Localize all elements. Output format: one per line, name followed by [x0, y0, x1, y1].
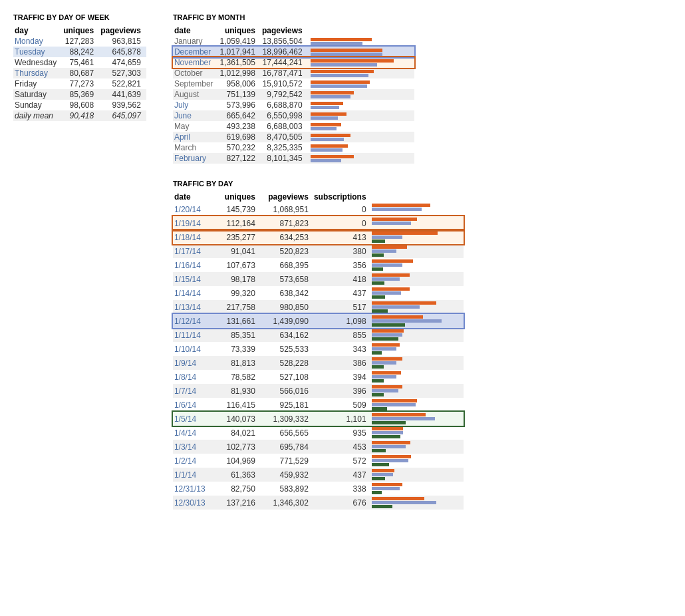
month-bar-cell — [308, 36, 414, 47]
day-date-cell[interactable]: 1/4/14 — [173, 426, 213, 440]
month-uniques-cell: 619,698 — [219, 132, 261, 142]
dow-pageviews-cell: 939,562 — [99, 100, 146, 110]
day-pageviews-cell: 566,016 — [259, 384, 313, 398]
day-date-cell[interactable]: 1/17/14 — [173, 244, 213, 258]
day-pageviews-cell: 638,342 — [259, 286, 313, 300]
month-col-pageviews: pageviews — [261, 25, 308, 36]
month-pageviews-cell: 9,792,542 — [261, 89, 308, 100]
day-uniques-cell: 217,758 — [213, 300, 259, 314]
day-date-cell[interactable]: 1/1/14 — [173, 468, 213, 482]
day-uniques-cell: 99,320 — [213, 286, 259, 300]
day-subs-cell: 509 — [313, 398, 370, 412]
day-date-cell[interactable]: 1/2/14 — [173, 454, 213, 468]
month-date-cell[interactable]: August — [173, 89, 219, 100]
month-date-cell[interactable]: March — [173, 142, 219, 153]
day-pageviews-cell: 695,784 — [259, 440, 313, 454]
day-bar-cell — [370, 426, 464, 440]
day-date-cell[interactable]: 12/31/13 — [173, 482, 213, 496]
day-pageviews-cell: 528,228 — [259, 356, 313, 370]
day-uniques-cell: 91,041 — [213, 244, 259, 258]
dow-uniques-cell: 88,242 — [62, 47, 99, 57]
day-uniques-cell: 82,750 — [213, 482, 259, 496]
day-bar-cell — [370, 314, 464, 328]
day-subs-cell: 0 — [313, 216, 370, 230]
day-date-cell[interactable]: 1/15/14 — [173, 272, 213, 286]
day-date-cell[interactable]: 1/12/14 — [173, 314, 213, 328]
day-pageviews-cell: 980,850 — [259, 300, 313, 314]
day-date-cell[interactable]: 1/19/14 — [173, 216, 213, 230]
traffic-by-day-section: TRAFFIC BY DAY date uniques pageviews su… — [173, 180, 464, 510]
dow-day-cell: Saturday — [13, 89, 62, 100]
day-pageviews-cell: 925,181 — [259, 398, 313, 412]
day-uniques-cell: 81,930 — [213, 384, 259, 398]
month-date-cell[interactable]: January — [173, 36, 219, 47]
month-date-cell[interactable]: November — [173, 57, 219, 68]
day-date-cell[interactable]: 1/13/14 — [173, 300, 213, 314]
month-bar-cell — [308, 132, 414, 142]
month-pageviews-cell: 15,910,572 — [261, 78, 308, 89]
day-bar-cell — [370, 300, 464, 314]
month-pageviews-cell: 8,325,335 — [261, 142, 308, 153]
day-date-cell[interactable]: 1/10/14 — [173, 342, 213, 356]
dow-pageviews-cell: 645,878 — [99, 47, 146, 57]
month-date-cell[interactable]: May — [173, 121, 219, 132]
day-date-cell[interactable]: 12/30/13 — [173, 496, 213, 510]
day-pageviews-cell: 1,068,951 — [259, 202, 313, 216]
month-pageviews-cell: 17,444,241 — [261, 57, 308, 68]
day-date-cell[interactable]: 1/16/14 — [173, 258, 213, 272]
day-table: date uniques pageviews subscriptions 1/2… — [173, 192, 464, 510]
month-date-cell[interactable]: July — [173, 100, 219, 110]
day-date-cell[interactable]: 1/5/14 — [173, 412, 213, 426]
month-date-cell[interactable]: June — [173, 110, 219, 121]
month-date-cell[interactable]: April — [173, 132, 219, 142]
dow-day-cell: daily mean — [13, 110, 62, 121]
day-subs-cell: 396 — [313, 384, 370, 398]
day-title: TRAFFIC BY DAY — [173, 180, 464, 188]
day-date-cell[interactable]: 1/20/14 — [173, 202, 213, 216]
day-date-cell[interactable]: 1/3/14 — [173, 440, 213, 454]
month-uniques-cell: 1,012,998 — [219, 68, 261, 78]
month-uniques-cell: 665,642 — [219, 110, 261, 121]
day-date-cell[interactable]: 1/7/14 — [173, 384, 213, 398]
day-bar-cell — [370, 286, 464, 300]
day-date-cell[interactable]: 1/18/14 — [173, 230, 213, 244]
month-pageviews-cell: 6,688,870 — [261, 100, 308, 110]
day-date-cell[interactable]: 1/14/14 — [173, 286, 213, 300]
day-pageviews-cell: 459,932 — [259, 468, 313, 482]
month-pageviews-cell: 6,550,998 — [261, 110, 308, 121]
month-date-cell[interactable]: September — [173, 78, 219, 89]
day-date-cell[interactable]: 1/8/14 — [173, 370, 213, 384]
day-uniques-cell: 112,164 — [213, 216, 259, 230]
month-date-cell[interactable]: December — [173, 47, 219, 57]
month-date-cell[interactable]: February — [173, 153, 219, 164]
dow-day-cell: Tuesday — [13, 47, 62, 57]
day-date-cell[interactable]: 1/9/14 — [173, 356, 213, 370]
day-bar-cell — [370, 258, 464, 272]
day-bar-cell — [370, 328, 464, 342]
dow-day-cell: Thursday — [13, 68, 62, 78]
day-subs-cell: 394 — [313, 370, 370, 384]
day-bar-cell — [370, 216, 464, 230]
day-subs-cell: 356 — [313, 258, 370, 272]
day-subs-cell: 517 — [313, 300, 370, 314]
day-subs-cell: 380 — [313, 244, 370, 258]
month-pageviews-cell: 13,856,504 — [261, 36, 308, 47]
dow-day-cell: Wednesday — [13, 57, 62, 68]
day-uniques-cell: 235,277 — [213, 230, 259, 244]
month-date-cell[interactable]: October — [173, 68, 219, 78]
dow-uniques-cell: 75,461 — [62, 57, 99, 68]
day-col-bars — [370, 192, 464, 202]
dow-uniques-cell: 90,418 — [62, 110, 99, 121]
dow-uniques-cell: 85,369 — [62, 89, 99, 100]
day-date-cell[interactable]: 1/6/14 — [173, 398, 213, 412]
day-col-uniques: uniques — [213, 192, 259, 202]
month-pageviews-cell: 16,787,471 — [261, 68, 308, 78]
traffic-by-month-section: TRAFFIC BY MONTH date uniques pageviews … — [173, 13, 464, 164]
day-subs-cell: 453 — [313, 440, 370, 454]
day-pageviews-cell: 525,533 — [259, 342, 313, 356]
day-subs-cell: 413 — [313, 230, 370, 244]
month-uniques-cell: 827,122 — [219, 153, 261, 164]
dow-pageviews-cell: 645,097 — [99, 110, 146, 121]
day-date-cell[interactable]: 1/11/14 — [173, 328, 213, 342]
day-pageviews-cell: 1,309,332 — [259, 412, 313, 426]
